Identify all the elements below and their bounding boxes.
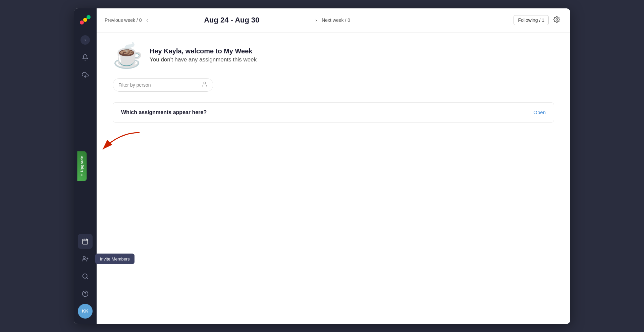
settings-button[interactable] — [551, 14, 562, 27]
next-week-button[interactable]: › — [314, 16, 319, 24]
welcome-illustration: ☕ — [113, 43, 143, 67]
svg-point-2 — [87, 15, 91, 19]
sidebar-item-search[interactable] — [78, 269, 93, 284]
upgrade-tab[interactable]: Upgrade — [77, 151, 87, 181]
svg-point-11 — [83, 274, 87, 278]
svg-line-12 — [87, 277, 88, 279]
svg-point-15 — [556, 18, 558, 20]
assignments-info-box: Which assignments appear here? Open — [113, 102, 554, 123]
prev-week-label: Previous week / 0 — [105, 17, 142, 23]
svg-point-16 — [204, 82, 206, 84]
sidebar: › Upgrade — [74, 8, 97, 324]
user-avatar[interactable]: KK — [78, 304, 93, 319]
sidebar-expand-button[interactable]: › — [80, 35, 90, 45]
welcome-section: ☕ Hey Kayla, welcome to My Week You don'… — [113, 43, 554, 67]
next-week-navigation: › Next week / 0 — [314, 16, 351, 24]
header-actions: Following / 1 — [514, 14, 562, 27]
sidebar-item-invite-members[interactable] — [78, 251, 93, 266]
invite-members-wrapper: Invite Members — [78, 251, 93, 266]
open-link[interactable]: Open — [533, 109, 546, 115]
next-week-label: Next week / 0 — [322, 17, 350, 23]
sidebar-top-nav — [74, 50, 97, 82]
arrow-annotation-area — [113, 136, 554, 156]
svg-rect-4 — [83, 239, 88, 244]
red-arrow — [97, 129, 146, 156]
person-filter-icon — [202, 81, 208, 89]
welcome-text: Hey Kayla, welcome to My Week You don't … — [150, 47, 257, 63]
week-title: Aug 24 - Aug 30 — [150, 16, 313, 25]
page-content: ☕ Hey Kayla, welcome to My Week You don'… — [97, 33, 570, 324]
svg-point-1 — [83, 18, 87, 22]
sidebar-item-help[interactable] — [78, 286, 93, 301]
svg-point-0 — [80, 20, 84, 25]
sidebar-item-inbox[interactable] — [78, 67, 93, 82]
filter-section — [113, 78, 554, 92]
welcome-subtext: You don't have any assignments this week — [150, 56, 257, 63]
following-button[interactable]: Following / 1 — [514, 15, 549, 25]
sidebar-item-my-week[interactable] — [78, 234, 93, 249]
header: Previous week / 0 ‹ Aug 24 - Aug 30 › Ne… — [97, 8, 570, 33]
welcome-heading: Hey Kayla, welcome to My Week — [150, 47, 257, 55]
prev-week-button[interactable]: ‹ — [145, 16, 150, 24]
filter-by-person-input[interactable] — [118, 82, 202, 88]
assignments-question: Which assignments appear here? — [121, 109, 207, 115]
week-navigation: Previous week / 0 ‹ — [105, 16, 150, 24]
app-logo[interactable] — [79, 14, 91, 27]
sidebar-bottom-nav: Invite Members KK — [78, 234, 93, 319]
filter-input-wrapper — [113, 78, 213, 92]
sidebar-item-notifications[interactable] — [78, 50, 93, 65]
main-content: Previous week / 0 ‹ Aug 24 - Aug 30 › Ne… — [97, 8, 570, 324]
svg-point-8 — [83, 256, 86, 258]
